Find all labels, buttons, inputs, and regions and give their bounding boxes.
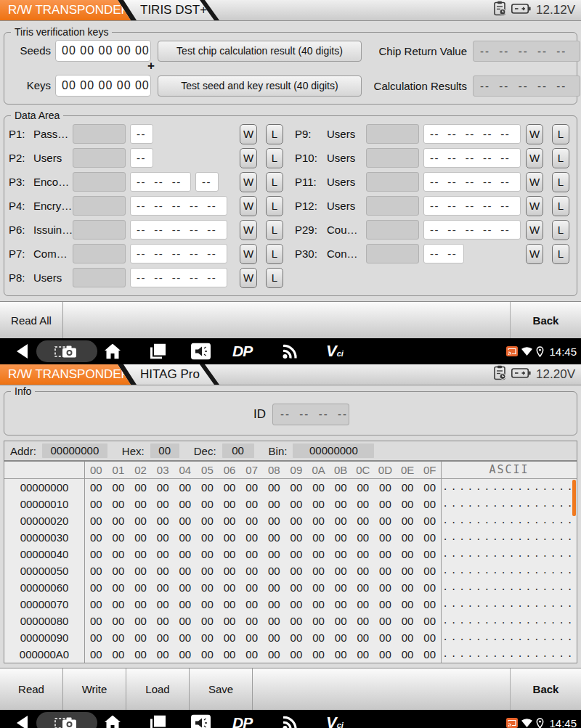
test-chip-calculation-button[interactable]: Test chip calculation result (40 digits) <box>158 41 362 62</box>
hex-byte-cell[interactable]: 00 <box>129 563 152 579</box>
hex-byte-cell[interactable]: 00 <box>174 479 197 496</box>
screenshot-button[interactable] <box>36 712 97 728</box>
hex-byte-cell[interactable]: 00 <box>152 579 174 596</box>
hex-byte-cell[interactable]: 00 <box>397 496 419 512</box>
hex-byte-cell[interactable]: 00 <box>219 546 241 563</box>
nav-back-button[interactable] <box>16 344 28 359</box>
hex-byte-cell[interactable]: 00 <box>129 613 152 629</box>
hex-byte-cell[interactable]: 00 <box>219 563 241 579</box>
write-button[interactable]: W <box>240 124 257 144</box>
hex-byte-cell[interactable]: 00 <box>263 546 285 563</box>
hex-byte-cell[interactable]: 00 <box>418 512 441 529</box>
hex-byte-cell[interactable]: 00 <box>129 629 152 646</box>
load-button[interactable]: L <box>266 268 283 288</box>
hex-byte-cell[interactable]: 00 <box>352 529 375 546</box>
hex-byte-cell[interactable]: 00 <box>285 613 308 629</box>
hex-byte-cell[interactable]: 00 <box>129 579 152 596</box>
load-button[interactable]: L <box>266 172 283 192</box>
hex-byte-cell[interactable]: 00 <box>219 512 241 529</box>
hex-byte-cell[interactable]: 00 <box>219 646 241 663</box>
hex-byte-cell[interactable]: 00 <box>418 613 441 629</box>
write-button[interactable]: W <box>526 220 543 240</box>
write-button[interactable]: W <box>526 196 543 216</box>
hex-byte-cell[interactable]: 00 <box>330 629 352 646</box>
hex-byte-cell[interactable]: 00 <box>285 546 308 563</box>
hex-byte-cell[interactable]: 00 <box>263 629 285 646</box>
param-value-field[interactable]: -- -- -- <box>130 172 191 192</box>
button-read-all[interactable]: Read All <box>0 302 63 338</box>
hex-byte-cell[interactable]: 00 <box>129 646 152 663</box>
hex-byte-cell[interactable]: 00 <box>352 512 375 529</box>
hex-byte-cell[interactable]: 00 <box>129 529 152 546</box>
nav-recents-button[interactable] <box>150 716 166 728</box>
hex-byte-cell[interactable]: 00 <box>307 563 330 579</box>
hex-byte-cell[interactable]: 00 <box>374 529 397 546</box>
hex-byte-cell[interactable]: 00 <box>152 646 174 663</box>
hex-byte-cell[interactable]: 00 <box>307 613 330 629</box>
load-button[interactable]: L <box>266 196 283 216</box>
param-value-field[interactable]: -- -- -- -- -- <box>423 124 521 144</box>
button-read[interactable]: Read <box>0 668 63 710</box>
write-button[interactable]: W <box>526 244 543 264</box>
hex-byte-cell[interactable]: 00 <box>240 512 263 529</box>
tab-rw-transponder[interactable]: R/W TRANSPONDER <box>0 364 135 385</box>
hex-byte-cell[interactable]: 00 <box>352 563 375 579</box>
load-button[interactable]: L <box>552 196 569 216</box>
hex-byte-cell[interactable]: 00 <box>263 646 285 663</box>
hex-byte-cell[interactable]: 00 <box>129 496 152 512</box>
hex-byte-cell[interactable]: 00 <box>107 479 130 496</box>
write-button[interactable]: W <box>240 244 257 264</box>
write-button[interactable]: W <box>240 172 257 192</box>
write-button[interactable]: W <box>526 172 543 192</box>
hex-byte-cell[interactable]: 00 <box>352 479 375 496</box>
hex-byte-cell[interactable]: 00 <box>263 563 285 579</box>
hex-byte-cell[interactable]: 00 <box>240 479 263 496</box>
hex-byte-cell[interactable]: 00 <box>174 512 197 529</box>
hex-byte-cell[interactable]: 00 <box>174 613 197 629</box>
load-button[interactable]: L <box>552 172 569 192</box>
hex-byte-cell[interactable]: 00 <box>129 546 152 563</box>
hex-byte-cell[interactable]: 00 <box>107 646 130 663</box>
param-value-field[interactable]: -- -- -- -- -- <box>130 244 227 263</box>
hex-byte-cell[interactable]: 00 <box>397 613 419 629</box>
hex-byte-cell[interactable]: 00 <box>174 596 197 613</box>
hex-byte-cell[interactable]: 00 <box>85 512 107 529</box>
load-button[interactable]: L <box>552 220 569 240</box>
param-value-field[interactable]: -- -- -- -- -- <box>130 196 227 216</box>
hex-byte-cell[interactable]: 00 <box>307 579 330 596</box>
hex-byte-cell[interactable]: 00 <box>85 563 107 579</box>
hex-byte-cell[interactable]: 00 <box>307 546 330 563</box>
hex-byte-cell[interactable]: 00 <box>330 546 352 563</box>
hex-byte-cell[interactable]: 00 <box>330 613 352 629</box>
hex-byte-cell[interactable]: 00 <box>263 496 285 512</box>
hex-byte-cell[interactable]: 00 <box>374 496 397 512</box>
hex-byte-cell[interactable]: 00 <box>330 579 352 596</box>
hex-byte-cell[interactable]: 00 <box>330 496 352 512</box>
hex-byte-cell[interactable]: 00 <box>152 613 174 629</box>
hex-byte-cell[interactable]: 00 <box>107 512 130 529</box>
dp-logo[interactable]: DP <box>232 714 252 728</box>
hex-byte-cell[interactable]: 00 <box>152 546 174 563</box>
hex-byte-cell[interactable]: 00 <box>418 546 441 563</box>
hex-byte-cell[interactable]: 00 <box>174 629 197 646</box>
hex-byte-cell[interactable]: 00 <box>240 579 263 596</box>
hex-byte-cell[interactable]: 00 <box>263 512 285 529</box>
write-button[interactable]: W <box>240 268 257 288</box>
hex-byte-cell[interactable]: 00 <box>196 629 219 646</box>
hex-byte-cell[interactable]: 00 <box>174 546 197 563</box>
hex-byte-cell[interactable]: 00 <box>196 512 219 529</box>
hex-byte-cell[interactable]: 00 <box>174 529 197 546</box>
hex-byte-cell[interactable]: 00 <box>85 629 107 646</box>
hex-byte-cell[interactable]: 00 <box>152 563 174 579</box>
hex-byte-cell[interactable]: 00 <box>307 496 330 512</box>
hex-byte-cell[interactable]: 00 <box>285 646 308 663</box>
hex-byte-cell[interactable]: 00 <box>219 579 241 596</box>
nav-back-button[interactable] <box>16 716 28 728</box>
hex-byte-cell[interactable]: 00 <box>240 629 263 646</box>
hex-byte-cell[interactable]: 00 <box>174 563 197 579</box>
hex-byte-cell[interactable]: 00 <box>240 596 263 613</box>
hex-byte-cell[interactable]: 00 <box>330 529 352 546</box>
vci-logo[interactable]: Vci <box>326 713 344 728</box>
remote-feed-button[interactable] <box>283 716 299 728</box>
hex-byte-cell[interactable]: 00 <box>174 579 197 596</box>
